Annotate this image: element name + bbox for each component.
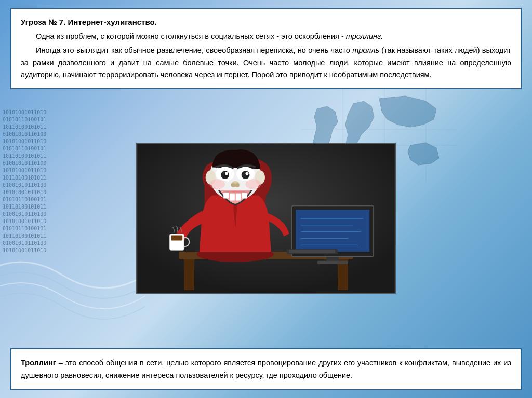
svg-point-53 <box>235 183 240 187</box>
svg-point-59 <box>246 179 261 189</box>
svg-rect-32 <box>296 210 369 252</box>
svg-rect-56 <box>236 194 241 201</box>
svg-rect-54 <box>223 193 229 199</box>
bottom-text-box: Троллинг – это способ общения в сети, це… <box>10 348 522 390</box>
svg-rect-55 <box>230 194 235 201</box>
svg-point-48 <box>242 171 250 180</box>
trolling-definition: – это способ общения в сети, целью котор… <box>21 359 511 380</box>
top-text-box: Угроза № 7. Интернет-хулиганство. Одна и… <box>10 8 522 89</box>
paragraph1-text: Одна из проблем, с которой можно столкну… <box>36 32 346 40</box>
main-container: Угроза № 7. Интернет-хулиганство. Одна и… <box>0 0 532 398</box>
svg-point-52 <box>231 183 235 187</box>
svg-rect-34 <box>317 261 348 264</box>
threat-title: Угроза № 7. Интернет-хулиганство. <box>21 18 157 26</box>
troll-image <box>136 143 396 294</box>
svg-rect-61 <box>171 236 183 241</box>
svg-point-49 <box>225 172 228 175</box>
svg-rect-57 <box>242 193 247 199</box>
troll-illustration <box>137 144 395 293</box>
svg-rect-28 <box>184 259 194 290</box>
svg-point-58 <box>210 179 225 189</box>
middle-section <box>10 95 522 342</box>
trolling-term: Троллинг <box>21 359 56 367</box>
paragraph2-italic: тролль <box>352 46 379 54</box>
svg-rect-63 <box>289 250 335 253</box>
paragraph1-italic: троллинг. <box>346 32 383 40</box>
svg-point-47 <box>221 171 229 180</box>
svg-point-50 <box>246 172 249 175</box>
paragraph2-start: Иногда это выглядит как обычное развлече… <box>36 46 352 54</box>
